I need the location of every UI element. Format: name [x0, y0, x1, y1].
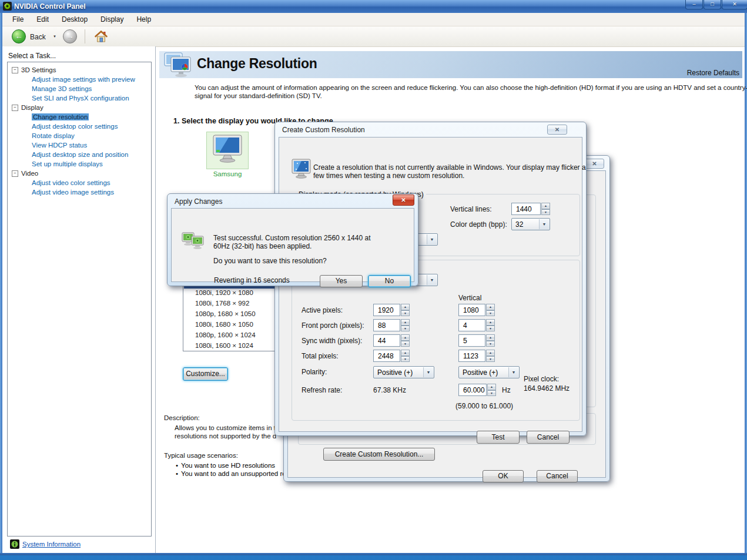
- active-pixels-h-input[interactable]: 1920: [373, 304, 400, 316]
- sidebar-item-adjust-desktop-color[interactable]: Adjust desktop color settings: [8, 122, 151, 131]
- total-pixels-v-input[interactable]: 1123: [458, 350, 485, 362]
- back-button[interactable]: ←: [12, 29, 26, 43]
- page-intro-line1: You can adjust the amount of information…: [195, 84, 747, 91]
- forward-icon: →: [66, 32, 74, 41]
- toolbar: ← Back ▼ →: [2, 26, 745, 47]
- resolution-item[interactable]: 1080p, 1600 × 1024: [195, 331, 256, 338]
- spinner-arrows[interactable]: ▲▼: [487, 384, 496, 396]
- pixel-clock-value: 164.9462 MHz: [524, 384, 570, 393]
- sidebar-item-adjust-desktop-size[interactable]: Adjust desktop size and position: [8, 150, 151, 159]
- dual-monitor-icon: [182, 232, 205, 252]
- maximize-button[interactable]: □: [704, 0, 721, 9]
- chevron-down-icon: ▼: [539, 219, 549, 229]
- no-button[interactable]: No: [368, 275, 411, 287]
- collapse-icon[interactable]: −: [12, 105, 18, 111]
- customize-button[interactable]: Customize...: [183, 367, 228, 381]
- menu-edit[interactable]: Edit: [30, 14, 55, 25]
- sidebar-item-set-sli-physx[interactable]: Set SLI and PhysX configuration: [8, 93, 151, 103]
- sync-width-h-spinner: 44 ▲▼: [373, 334, 410, 347]
- refresh-rate-unit: Hz: [502, 386, 511, 394]
- test-button[interactable]: Test: [477, 431, 520, 444]
- sidebar-item-manage-3d-settings[interactable]: Manage 3D settings: [8, 84, 151, 93]
- spinner-arrows[interactable]: ▲▼: [486, 319, 495, 331]
- front-porch-h-input[interactable]: 88: [373, 319, 400, 331]
- sidebar-item-adjust-image-settings[interactable]: Adjust image settings with preview: [8, 75, 151, 84]
- spinner-arrows[interactable]: ▲▼: [401, 319, 410, 331]
- back-dropdown-icon[interactable]: ▼: [53, 35, 56, 38]
- sidebar-item-rotate-display[interactable]: Rotate display: [8, 131, 151, 140]
- window-title: NVIDIA Control Panel: [14, 2, 86, 11]
- minimize-button[interactable]: –: [685, 0, 703, 9]
- vertical-lines-input[interactable]: 1440: [511, 203, 541, 215]
- collapse-icon[interactable]: −: [12, 67, 18, 73]
- page-title: Change Resolution: [197, 56, 317, 72]
- menu-desktop[interactable]: Desktop: [55, 14, 94, 25]
- ccr-dialog-close-icon[interactable]: ✕: [547, 125, 567, 135]
- vertical-column-header: Vertical: [458, 294, 481, 302]
- ok-button[interactable]: OK: [483, 470, 524, 482]
- menu-help[interactable]: Help: [130, 14, 158, 25]
- title-bar: NVIDIA Control Panel – □ ✕: [0, 0, 747, 13]
- description-label: Description:: [164, 414, 200, 421]
- window-controls: – □ ✕: [685, 0, 747, 9]
- sidebar-item-change-resolution[interactable]: Change resolution: [8, 112, 151, 122]
- restore-defaults-link[interactable]: Restore Defaults: [663, 69, 739, 77]
- sync-width-v-input[interactable]: 5: [458, 334, 485, 347]
- yes-button[interactable]: Yes: [320, 275, 363, 287]
- sidebar-item-view-hdcp-status[interactable]: View HDCP status: [8, 140, 151, 150]
- spinner-arrows[interactable]: ▲▼: [486, 334, 495, 347]
- resolution-item[interactable]: 1080i, 1768 × 992: [195, 300, 249, 307]
- spinner-arrows[interactable]: ▲▼: [486, 304, 495, 316]
- menu-file[interactable]: File: [6, 14, 30, 25]
- front-porch-h-spinner: 88 ▲▼: [373, 319, 410, 331]
- sidebar-item-adjust-video-image[interactable]: Adjust video image settings: [8, 187, 151, 197]
- total-pixels-h-input[interactable]: 2448: [373, 350, 400, 362]
- menu-display[interactable]: Display: [94, 14, 130, 25]
- resolution-item[interactable]: 1080i, 1680 × 1050: [195, 321, 253, 328]
- chevron-down-icon: ▼: [427, 275, 437, 285]
- create-custom-resolution-button[interactable]: Create Custom Resolution...: [323, 448, 435, 461]
- forward-button[interactable]: →: [63, 29, 77, 43]
- customize-dialog-close-icon[interactable]: ✕: [585, 159, 604, 169]
- close-button[interactable]: ✕: [722, 0, 747, 9]
- pixel-clock-label: Pixel clock:: [524, 375, 559, 383]
- desktop-strip: [0, 555, 747, 560]
- display-name-label: Samsung: [200, 170, 254, 177]
- sidebar-item-setup-multiple-displays[interactable]: Set up multiple displays: [8, 159, 151, 169]
- polarity-h-dropdown[interactable]: Positive (+) ▼: [373, 366, 434, 378]
- resolution-item[interactable]: 1080i, 1920 × 1080: [195, 289, 253, 296]
- refresh-rate-input[interactable]: 60.000: [458, 384, 487, 396]
- apply-changes-dialog: Apply Changes ✕ Test successful. Custom …: [167, 193, 418, 286]
- refresh-rate-horizontal-value: 67.38 KHz: [373, 386, 406, 394]
- collapse-icon[interactable]: −: [12, 170, 18, 177]
- front-porch-v-input[interactable]: 4: [458, 319, 485, 331]
- color-depth-dropdown[interactable]: 32 ▼: [511, 218, 550, 230]
- spinner-arrows[interactable]: ▲▼: [401, 350, 410, 362]
- active-pixels-v-spinner: 1080 ▲▼: [458, 304, 495, 316]
- spinner-arrows[interactable]: ▲▼: [401, 304, 410, 316]
- ccr-dialog-title: Create Custom Resolution: [282, 126, 365, 134]
- active-pixels-v-input[interactable]: 1080: [458, 304, 485, 316]
- polarity-v-dropdown[interactable]: Positive (+) ▼: [458, 366, 520, 378]
- tree-group-3d-settings[interactable]: − 3D Settings: [8, 65, 151, 75]
- tree-group-video[interactable]: − Video: [8, 169, 151, 178]
- apply-message-line1: Test successful. Custom resolution 2560 …: [213, 234, 370, 242]
- chevron-down-icon: ▼: [423, 367, 433, 377]
- system-information-link[interactable]: System Information: [22, 541, 81, 548]
- ccr-cancel-button[interactable]: Cancel: [527, 431, 570, 444]
- spinner-arrows[interactable]: ▲▼: [401, 334, 410, 347]
- cancel-button[interactable]: Cancel: [537, 470, 578, 482]
- spinner-arrows[interactable]: ▲▼: [486, 350, 495, 362]
- home-icon[interactable]: [94, 29, 108, 43]
- tree-group-display[interactable]: − Display: [8, 103, 151, 112]
- spinner-arrows[interactable]: ▲▼: [541, 203, 550, 215]
- description-text-line1: Allows you to customize items in th: [175, 424, 279, 431]
- monitor-info-icon: [291, 159, 312, 179]
- sync-width-h-input[interactable]: 44: [373, 334, 400, 347]
- resolution-item[interactable]: 1080p, 1680 × 1050: [195, 310, 256, 317]
- vertical-lines-label: Vertical lines:: [450, 205, 492, 213]
- display-selection-samsung[interactable]: [206, 132, 249, 169]
- resolution-item[interactable]: 1080i, 1600 × 1024: [195, 342, 253, 349]
- sidebar-item-adjust-video-color[interactable]: Adjust video color settings: [8, 178, 151, 187]
- apply-dialog-close-icon[interactable]: ✕: [393, 195, 414, 206]
